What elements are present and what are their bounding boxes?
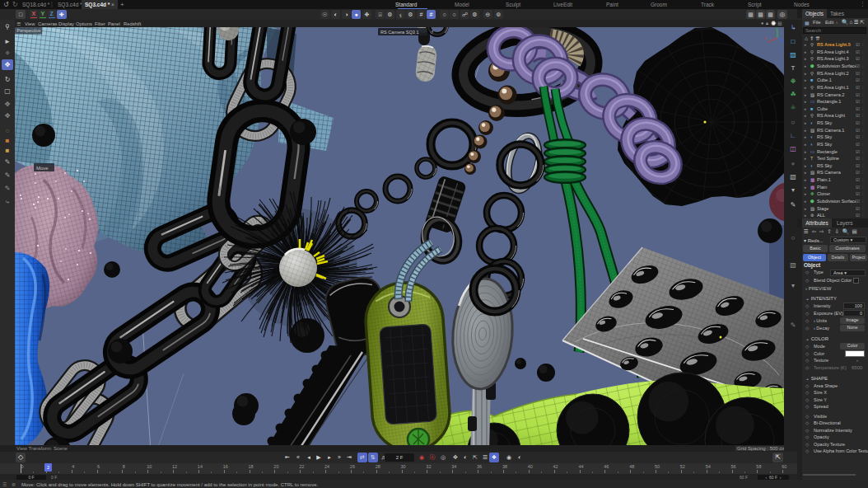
svg-text:RS Camera SQ3 1: RS Camera SQ3 1 — [380, 30, 419, 35]
svg-text:↺: ↺ — [430, 30, 434, 35]
svg-text:Perspective: Perspective — [17, 28, 41, 33]
svg-text:Move: Move — [36, 166, 49, 171]
